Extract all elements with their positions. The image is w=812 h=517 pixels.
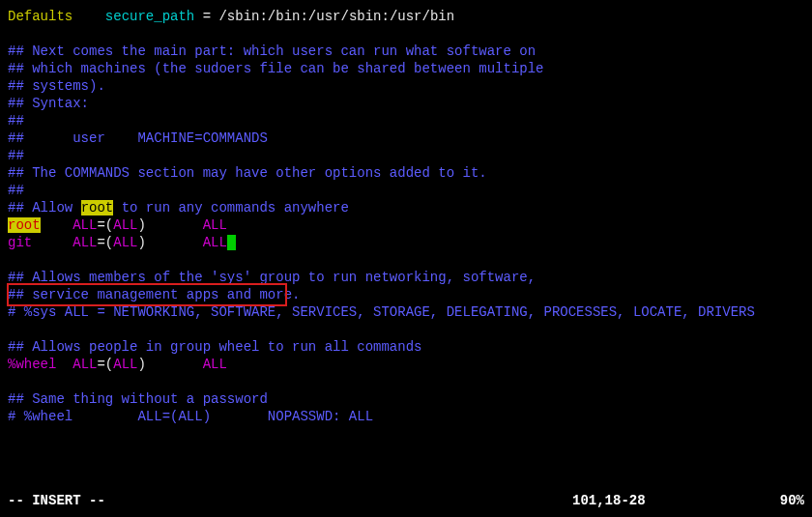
sudoers-entry-wheel[interactable]: %wheel ALL=(ALL) ALL	[8, 356, 804, 373]
comment-line[interactable]: ## service management apps and more.	[8, 286, 804, 303]
all-token: ALL	[72, 357, 97, 372]
all-token: ALL	[72, 217, 97, 233]
comment-line[interactable]: ## Allow root to run any commands anywhe…	[8, 199, 804, 216]
paren: )	[137, 357, 202, 372]
all-token: ALL	[203, 235, 227, 250]
user-git: git	[8, 235, 32, 250]
comment-line[interactable]: ##	[8, 182, 804, 199]
comment-line[interactable]: ##	[8, 112, 804, 129]
comment-line[interactable]: ## The COMMANDS section may have other o…	[8, 164, 804, 182]
vim-mode: -- INSERT --	[8, 492, 572, 509]
all-token: ALL	[203, 217, 227, 233]
equals: =	[203, 9, 219, 24]
comment-line[interactable]: ## Allows people in group wheel to run a…	[8, 338, 804, 356]
paren: )	[137, 217, 202, 233]
sudoers-entry-root[interactable]: root ALL=(ALL) ALL	[8, 216, 804, 234]
highlight-root: root	[81, 200, 114, 215]
all-token: ALL	[113, 217, 137, 233]
scroll-percent: 90%	[746, 492, 804, 509]
paren: =(	[97, 235, 113, 250]
sudoers-entry-git[interactable]: git ALL=(ALL) ALL	[8, 234, 804, 251]
all-token: ALL	[72, 235, 97, 250]
paren: =(	[97, 217, 113, 233]
user-root: root	[8, 217, 41, 233]
all-token: ALL	[203, 357, 227, 372]
blank-line[interactable]	[8, 321, 804, 338]
blank-line[interactable]	[8, 251, 804, 269]
blank-line[interactable]	[8, 373, 804, 390]
group-wheel: %wheel	[8, 357, 56, 372]
keyword-defaults: Defaults	[8, 9, 72, 24]
comment-line[interactable]: ## user MACHINE=COMMANDS	[8, 129, 804, 147]
comment-line[interactable]: ## Allows members of the 'sys' group to …	[8, 269, 804, 286]
paren: =(	[97, 357, 113, 372]
spacing	[32, 235, 72, 250]
comment-line[interactable]: ##	[8, 147, 804, 164]
paren: )	[137, 235, 202, 250]
code-line[interactable]: Defaults secure_path = /sbin:/bin:/usr/s…	[8, 8, 804, 25]
cursor-position: 101,18-28	[572, 492, 746, 509]
comment-line[interactable]: ## Next comes the main part: which users…	[8, 43, 804, 60]
comment-text: ## Allow	[8, 200, 81, 215]
spacing	[41, 217, 73, 233]
secure-path-key: secure_path	[72, 9, 202, 24]
comment-line[interactable]: ## Syntax:	[8, 95, 804, 112]
all-token: ALL	[113, 357, 137, 372]
vim-status-bar: -- INSERT -- 101,18-28 90%	[8, 492, 804, 509]
blank-line[interactable]	[8, 25, 804, 43]
comment-line[interactable]: ## systems).	[8, 77, 804, 95]
comment-text: to run any commands anywhere	[113, 200, 349, 215]
comment-line[interactable]: # %wheel ALL=(ALL) NOPASSWD: ALL	[8, 408, 804, 425]
comment-line[interactable]: ## which machines (the sudoers file can …	[8, 60, 804, 77]
all-token: ALL	[113, 235, 137, 250]
path-value: /sbin:/bin:/usr/sbin:/usr/bin	[218, 9, 454, 24]
comment-line[interactable]: # %sys ALL = NETWORKING, SOFTWARE, SERVI…	[8, 303, 804, 321]
comment-line[interactable]: ## Same thing without a password	[8, 390, 804, 408]
spacing	[56, 357, 72, 372]
cursor	[227, 235, 236, 250]
